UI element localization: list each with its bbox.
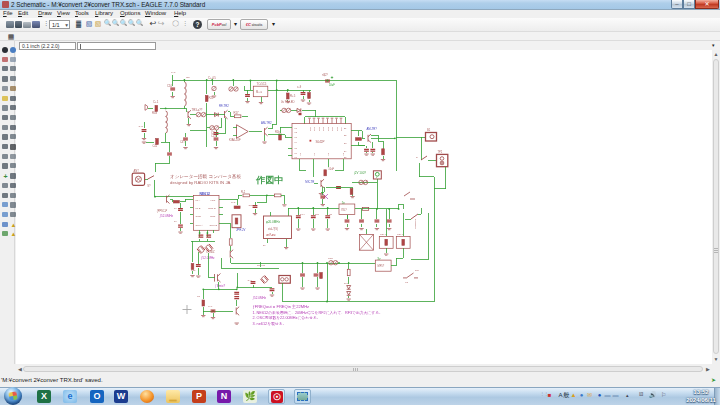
svg-text:K2: K2	[405, 281, 409, 284]
svg-text:IN B: IN B	[196, 207, 201, 210]
svg-text:ƒ52.0MHz: ƒ52.0MHz	[201, 256, 215, 260]
svg-text:ƒ52.0MHz: ƒ52.0MHz	[159, 214, 173, 218]
svg-text:KIA0-10F: KIA0-10F	[229, 138, 241, 142]
svg-text:C+d: C+d	[171, 71, 176, 73]
svg-text:C4T: C4T	[180, 140, 185, 144]
svg-text:P86: P86	[336, 126, 338, 131]
svg-text:MX-TR: MX-TR	[305, 180, 314, 184]
svg-text:0v TX-LED: 0v TX-LED	[281, 100, 295, 104]
svg-text:R+2: R+2	[231, 201, 236, 204]
svg-text:C+0: C+0	[248, 279, 253, 281]
svg-text:MF5?: MF5?	[378, 264, 385, 268]
svg-text:P80: P80	[309, 126, 311, 131]
svg-text:{PPSC-P: {PPSC-P	[157, 209, 168, 213]
svg-text:10uF: 10uF	[328, 167, 334, 171]
svg-text:IN A: IN A	[196, 199, 201, 202]
svg-text:NJM2594: NJM2594	[414, 218, 417, 229]
svg-text:3. ne612を載せる。: 3. ne612を載せる。	[252, 321, 286, 326]
svg-text:xtal-?(S): xtal-?(S)	[268, 227, 278, 231]
svg-text:P6: P6	[295, 152, 298, 154]
svg-text:P7: P7	[295, 156, 298, 158]
svg-text:X2: X2	[327, 152, 329, 155]
svg-text:C+7: C+7	[208, 305, 213, 308]
svg-text:JPH.2V: JPH.2V	[236, 228, 246, 232]
svg-text:C1b: C1b	[191, 269, 196, 272]
svg-text:P87: P87	[340, 126, 342, 131]
svg-text:B1: B1	[344, 127, 347, 129]
svg-text:OUT B: OUT B	[210, 224, 218, 227]
svg-text:∫2V 100?: ∫2V 100?	[353, 171, 366, 175]
svg-text:AM-TR?: AM-TR?	[367, 127, 378, 131]
svg-text:ƒFREQout = FREQin 主22MHz: ƒFREQout = FREQin 主22MHz	[252, 304, 309, 309]
svg-text:P5: P5	[295, 147, 298, 149]
svg-text:26: 26	[263, 244, 266, 246]
svg-text:OUT A: OUT A	[196, 224, 204, 227]
svg-text:B3: B3	[344, 142, 347, 144]
svg-text:C42: C42	[153, 144, 158, 148]
svg-text:P85: P85	[331, 126, 333, 131]
svg-text:J?M: J?M	[315, 213, 319, 215]
svg-text:10uF: 10uF	[329, 83, 335, 87]
svg-text:VCC: VCC	[210, 199, 215, 202]
svg-text:designed by RADIO KITS IN JA: designed by RADIO KITS IN JA	[170, 180, 231, 185]
svg-text:P82: P82	[318, 126, 320, 131]
svg-text:C41: C41	[139, 125, 144, 128]
svg-text:C+1: C+1	[153, 100, 159, 104]
svg-text:R1Q: R1Q	[328, 257, 333, 260]
svg-text:GND: GND	[196, 215, 202, 218]
svg-text:C13: C13	[211, 134, 216, 138]
svg-text:1. NE612の未装着時に、20MHz信号をRF2に入れて: 1. NE612の未装着時に、20MHz信号をRF2に入れて、RF3で出力大にす…	[252, 310, 382, 315]
svg-text:TR3-a??: TR3-a??	[192, 108, 203, 112]
svg-text:JL1: JL1	[344, 282, 349, 285]
svg-text:AM-TR2: AM-TR2	[261, 121, 272, 125]
svg-text:OSC: OSC	[210, 215, 216, 218]
svg-text:C?: C?	[329, 213, 333, 215]
svg-text:J1b: J1b	[415, 269, 420, 272]
svg-text:B1: B1	[427, 128, 431, 132]
svg-text:B5: B5	[344, 156, 347, 158]
svg-text:S042P: S042P	[316, 140, 325, 144]
svg-text:P83: P83	[322, 126, 324, 131]
svg-text:R21: R21	[209, 96, 215, 100]
svg-text:NE612: NE612	[200, 192, 210, 196]
svg-text:RF-TR2: RF-TR2	[219, 104, 229, 108]
svg-text:P2: P2	[295, 131, 298, 133]
svg-text:ƒ52.0MHz: ƒ52.0MHz	[252, 296, 266, 300]
svg-text:P4: P4	[295, 141, 298, 143]
svg-text:TO-5C5: TO-5C5	[257, 82, 267, 86]
svg-text:X1: X1	[313, 152, 315, 155]
svg-text:B2: B2	[344, 134, 347, 136]
svg-text:オシレーター搭載 コンバータ基板: オシレーター搭載 コンバータ基板	[170, 174, 241, 180]
svg-text:P84: P84	[327, 126, 329, 131]
svg-text:n$6: n$6	[186, 76, 191, 78]
svg-text:OSC E: OSC E	[208, 207, 216, 210]
svg-text:P81: P81	[313, 126, 315, 131]
svg-text:78L?: 78L?	[341, 208, 347, 212]
svg-text:X?-40Z: X?-40Z	[206, 250, 215, 254]
svg-text:作図中: 作図中	[255, 175, 283, 185]
svg-text:R-2: R-2	[241, 190, 246, 194]
svg-text:S?: S?	[147, 184, 151, 188]
svg-text:TP2: TP2	[438, 150, 443, 154]
svg-text:R17: R17	[234, 111, 240, 115]
svg-text:ƒBmix?: ƒBmix?	[215, 284, 225, 288]
svg-text:uni?-osc: uni?-osc	[266, 233, 277, 237]
svg-text:R1b: R1b	[275, 130, 280, 134]
svg-text:TP-400: TP-400	[257, 264, 266, 267]
svg-text:R03: R03	[152, 111, 158, 115]
svg-text:J?: J?	[174, 207, 177, 210]
svg-text:2. OSC周波数を22.00MHzに合わせる。: 2. OSC周波数を22.00MHzに合わせる。	[252, 315, 320, 320]
svg-text:R?: R?	[197, 295, 201, 298]
svg-text:J?: J?	[174, 220, 177, 223]
svg-text:c+9: c+9	[297, 85, 302, 89]
svg-text:C10: C10	[167, 84, 173, 88]
svg-text:C+-05: C+-05	[208, 76, 216, 80]
svg-text:P3: P3	[295, 136, 298, 138]
svg-text:φ20.0MHz: φ20.0MHz	[266, 220, 280, 224]
svg-text:B4: B4	[344, 150, 347, 152]
svg-text:ANT: ANT	[134, 169, 140, 173]
svg-text:R+5: R+5	[290, 94, 296, 98]
svg-text:C?H: C?H	[300, 213, 305, 215]
svg-text:X0: X0	[299, 152, 301, 155]
svg-text:M+ a: M+ a	[256, 90, 262, 94]
